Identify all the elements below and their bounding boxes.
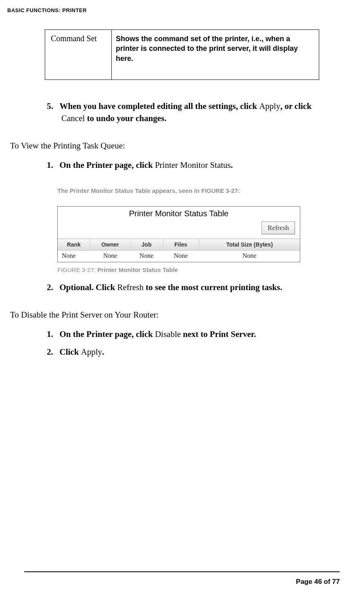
view-queue-step-2-list: 2. Optional. Click Refresh to see the mo…	[36, 281, 328, 293]
refresh-text: Refresh	[117, 282, 143, 292]
command-set-description: Shows the command set of the printer, i.…	[112, 30, 319, 80]
pmst-title: Printer Monitor Status Table	[58, 207, 300, 220]
step-text: On the Printer page, click	[60, 160, 155, 170]
caption-text: The Printer Monitor Status Table appears…	[57, 187, 201, 194]
page-number: Page 46 of 77	[24, 578, 340, 586]
step-number: 1.	[47, 329, 53, 339]
page-header: BASIC FUNCTIONS: PRINTER	[0, 0, 364, 13]
step-text: When you have completed editing all the …	[60, 101, 259, 111]
disable-heading: To Disable the Print Server on Your Rout…	[10, 310, 328, 320]
col-rank: Rank	[58, 239, 90, 251]
pmst-grid: Rank Owner Job Files Total Size (Bytes) …	[58, 238, 300, 262]
step-text: On the Printer page, click	[60, 329, 155, 339]
status-table-caption: The Printer Monitor Status Table appears…	[36, 187, 328, 194]
caption-text: :	[238, 187, 240, 194]
step-5-list: 5. When you have completed editing all t…	[36, 100, 328, 125]
disable-steps: 1. On the Printer page, click Disable ne…	[36, 328, 328, 358]
step-number: 1.	[47, 160, 53, 170]
disable-step-1: 1. On the Printer page, click Disable ne…	[36, 328, 328, 340]
refresh-button[interactable]: Refresh	[261, 222, 295, 234]
step-text: Click	[60, 347, 81, 357]
table-header-row: Rank Owner Job Files Total Size (Bytes)	[58, 239, 300, 251]
cell-files: None	[163, 251, 199, 262]
view-queue-step-1: 1. On the Printer page, click Printer Mo…	[36, 159, 328, 171]
printer-monitor-status-text: Printer Monitor Status	[155, 160, 231, 170]
cancel-text: Cancel	[61, 113, 85, 123]
command-set-table: Command Set Shows the command set of the…	[45, 29, 319, 80]
step-number: 2.	[47, 347, 53, 357]
figure-title: Printer Monitor Status Table	[97, 266, 178, 273]
col-owner: Owner	[90, 239, 130, 251]
view-queue-step-2: 2. Optional. Click Refresh to see the mo…	[36, 281, 328, 293]
step-text: to undo your changes.	[85, 113, 166, 123]
footer-rule	[24, 571, 340, 572]
table-row: None None None None None	[58, 251, 300, 262]
view-queue-steps: 1. On the Printer page, click Printer Mo…	[36, 159, 328, 171]
apply-text: Apply	[81, 347, 103, 357]
apply-text: Apply	[259, 101, 280, 111]
disable-text: Disable	[155, 329, 181, 339]
cell-owner: None	[90, 251, 130, 262]
cell-total-size: None	[199, 251, 300, 262]
step-text: .	[231, 160, 233, 170]
printer-monitor-status-table: Printer Monitor Status Table Refresh Ran…	[57, 206, 300, 262]
col-total-size: Total Size (Bytes)	[199, 239, 300, 251]
step-number: 2.	[47, 282, 53, 292]
step-text: next to Print Server.	[181, 329, 256, 339]
step-text: Optional. Click	[60, 282, 117, 292]
step-text: .	[102, 347, 104, 357]
figure-ref: FIGURE 3-27	[201, 187, 238, 194]
col-files: Files	[163, 239, 199, 251]
pmst-toolbar: Refresh	[58, 220, 300, 238]
cell-rank: None	[58, 251, 90, 262]
step-text: to see the most current printing tasks.	[144, 282, 282, 292]
step-5: 5. When you have completed editing all t…	[36, 100, 328, 125]
disable-step-2: 2. Click Apply.	[36, 346, 328, 358]
step-number: 5.	[47, 101, 53, 111]
col-job: Job	[130, 239, 163, 251]
step-text: , or click	[280, 101, 312, 111]
view-queue-heading: To View the Printing Task Queue:	[10, 141, 328, 151]
cell-job: None	[130, 251, 163, 262]
page-content: Command Set Shows the command set of the…	[0, 13, 364, 358]
figure-label: FIGURE 3-27:	[57, 266, 97, 273]
command-set-label: Command Set	[45, 30, 112, 80]
figure-caption: FIGURE 3-27: Printer Monitor Status Tabl…	[36, 266, 328, 273]
page-footer: Page 46 of 77	[24, 571, 340, 586]
